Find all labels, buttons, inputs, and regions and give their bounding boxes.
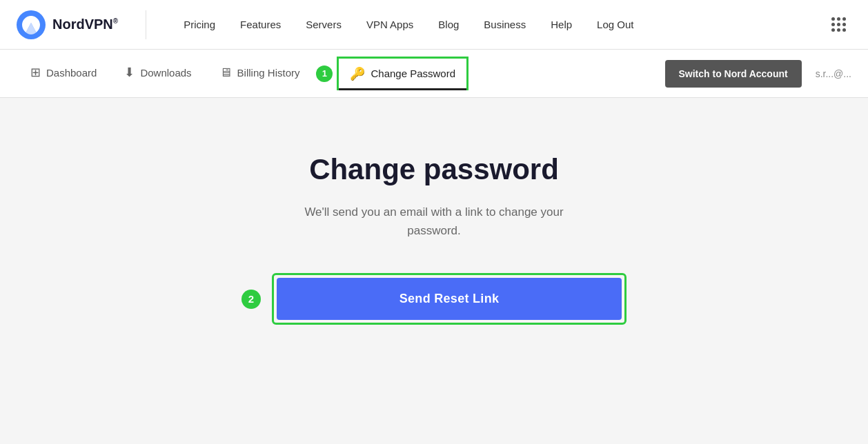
step2-area: 2 Send Reset Link	[241, 273, 627, 325]
main-content: Change password We'll send you an email …	[0, 98, 868, 380]
nav-links: Pricing Features Servers VPN Apps Blog B…	[174, 13, 826, 36]
apps-grid-button[interactable]	[826, 12, 851, 37]
billing-icon: 🖥	[219, 65, 232, 80]
changepassword-icon: 🔑	[350, 66, 365, 81]
logo-area[interactable]: NordVPN®	[17, 10, 146, 39]
nav-link-features[interactable]: Features	[230, 13, 290, 36]
logo-text: NordVPN®	[52, 17, 118, 32]
send-reset-link-wrapper: Send Reset Link	[272, 273, 627, 325]
subnav-downloads-label: Downloads	[140, 67, 191, 79]
top-navigation: NordVPN® Pricing Features Servers VPN Ap…	[0, 0, 868, 50]
subnav-item-downloads[interactable]: ⬇ Downloads	[110, 50, 205, 97]
downloads-icon: ⬇	[124, 65, 135, 80]
subnav-changepassword-label: Change Password	[371, 68, 455, 79]
step2-badge: 2	[241, 290, 261, 309]
nav-link-servers[interactable]: Servers	[296, 13, 351, 36]
subnav-dashboard-label: Dashboard	[46, 67, 97, 79]
subnav-item-billing[interactable]: 🖥 Billing History	[206, 50, 314, 97]
switch-to-nord-account-button[interactable]: Switch to Nord Account	[665, 60, 802, 88]
dashboard-icon: ⊞	[30, 65, 41, 80]
nav-link-vpnapps[interactable]: VPN Apps	[357, 13, 423, 36]
nav-link-blog[interactable]: Blog	[428, 13, 468, 36]
nav-link-logout[interactable]: Log Out	[587, 13, 643, 36]
nav-link-help[interactable]: Help	[541, 13, 582, 36]
sub-navigation: ⊞ Dashboard ⬇ Downloads 🖥 Billing Histor…	[0, 50, 868, 98]
step1-badge: 1	[316, 65, 333, 82]
nav-link-pricing[interactable]: Pricing	[174, 13, 225, 36]
grid-icon	[831, 17, 846, 32]
subnav-item-changepassword[interactable]: 🔑 Change Password	[337, 57, 468, 90]
send-reset-link-button[interactable]: Send Reset Link	[277, 278, 622, 320]
user-email: s.r...@...	[816, 68, 851, 79]
nordvpn-logo-icon	[17, 10, 46, 39]
subnav-item-dashboard[interactable]: ⊞ Dashboard	[17, 50, 110, 97]
page-subtitle: We'll send you an email with a link to c…	[289, 203, 579, 240]
nav-link-business[interactable]: Business	[474, 13, 535, 36]
subnav-billing-label: Billing History	[237, 67, 300, 79]
page-title: Change password	[309, 153, 559, 186]
